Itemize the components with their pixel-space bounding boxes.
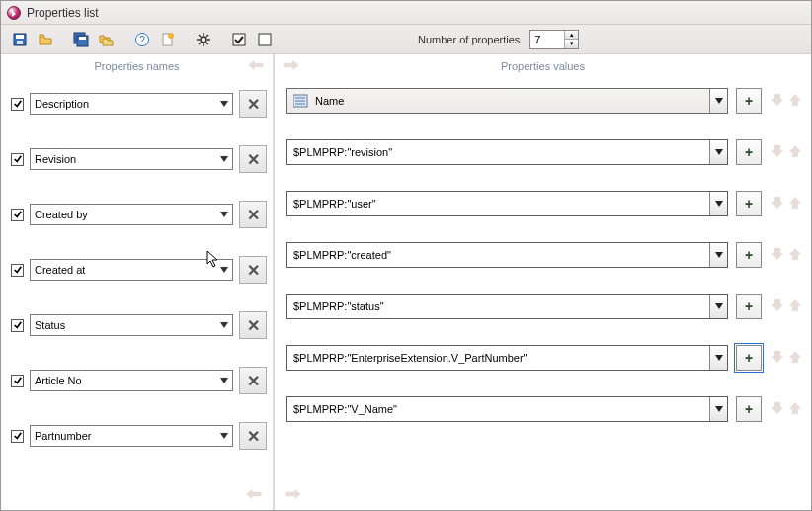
nav-back-bottom-icon[interactable] <box>245 487 263 503</box>
move-up-button[interactable] <box>787 298 803 314</box>
svg-text:?: ? <box>139 35 145 45</box>
move-up-button[interactable] <box>787 350 803 366</box>
delete-row-button[interactable]: ✕ <box>239 201 267 228</box>
svg-rect-20 <box>259 34 271 45</box>
property-value-combo[interactable]: $PLMPRP:"created" <box>286 242 728 268</box>
number-of-properties-label: Number of properties <box>280 34 520 45</box>
chevron-down-icon[interactable] <box>220 433 228 439</box>
chevron-down-icon[interactable] <box>220 322 228 328</box>
uncheck-all-button[interactable] <box>254 29 276 50</box>
help-button[interactable]: ? <box>131 29 153 50</box>
add-value-button[interactable]: + <box>736 242 762 268</box>
property-value-combo[interactable]: $PLMPRP:"V_Name" <box>286 396 728 422</box>
body: ✕✕✕✕✕✕✕ Name+$PLMPRP:"revision"+$PLMPRP:… <box>1 78 811 480</box>
delete-row-button[interactable]: ✕ <box>239 367 267 394</box>
move-down-button[interactable] <box>770 144 785 160</box>
chevron-down-icon[interactable] <box>220 378 228 383</box>
move-down-button[interactable] <box>770 196 785 212</box>
chevron-down-icon[interactable] <box>220 212 228 217</box>
add-value-button[interactable]: + <box>736 396 762 422</box>
move-up-button[interactable] <box>787 144 803 160</box>
property-name-combo[interactable] <box>30 370 233 391</box>
property-name-input[interactable] <box>31 260 232 280</box>
add-value-button[interactable]: + <box>736 345 762 371</box>
property-value-combo[interactable]: Name <box>286 88 728 114</box>
value-dropdown-button[interactable] <box>709 89 727 113</box>
nav-forward-bottom-icon[interactable] <box>284 487 302 503</box>
value-dropdown-button[interactable] <box>709 140 727 164</box>
number-of-properties-spinner[interactable]: ▲ ▼ <box>529 30 579 49</box>
property-name-input[interactable] <box>31 315 232 335</box>
svg-line-18 <box>206 35 208 37</box>
value-dropdown-button[interactable] <box>709 295 727 318</box>
delete-row-button[interactable]: ✕ <box>239 145 267 173</box>
svg-line-17 <box>199 43 201 44</box>
delete-row-button[interactable]: ✕ <box>239 256 267 284</box>
property-value-combo[interactable]: $PLMPRP:"revision" <box>286 139 728 165</box>
property-name-input[interactable] <box>31 371 232 390</box>
property-name-input[interactable] <box>31 94 232 114</box>
property-name-combo[interactable] <box>30 93 233 115</box>
row-checkbox[interactable] <box>11 319 24 332</box>
move-up-button[interactable] <box>787 93 803 109</box>
property-value-combo[interactable]: $PLMPRP:"EnterpriseExtension.V_PartNumbe… <box>286 345 728 371</box>
value-dropdown-button[interactable] <box>709 192 727 215</box>
property-name-combo[interactable] <box>30 259 233 281</box>
chevron-down-icon[interactable] <box>220 101 228 107</box>
check-all-button[interactable] <box>228 29 250 50</box>
move-up-button[interactable] <box>787 196 803 212</box>
value-row: $PLMPRP:"created"+ <box>286 242 803 268</box>
move-down-button[interactable] <box>770 350 785 366</box>
delete-row-button[interactable]: ✕ <box>239 90 267 118</box>
save-button[interactable] <box>9 29 31 50</box>
property-name-combo[interactable] <box>30 425 233 447</box>
row-checkbox[interactable] <box>11 375 24 387</box>
settings-button[interactable] <box>193 29 214 50</box>
row-checkbox[interactable] <box>11 209 24 221</box>
value-row: $PLMPRP:"EnterpriseExtension.V_PartNumbe… <box>286 345 803 371</box>
add-value-button[interactable]: + <box>736 191 762 216</box>
property-name-input[interactable] <box>31 149 232 169</box>
property-name-input[interactable] <box>31 426 232 446</box>
property-value-combo[interactable]: $PLMPRP:"user" <box>286 191 728 216</box>
open-all-button[interactable] <box>96 29 118 50</box>
row-checkbox[interactable] <box>11 264 24 277</box>
property-value-label: $PLMPRP:"status" <box>293 300 384 312</box>
move-down-button[interactable] <box>770 93 785 109</box>
value-dropdown-button[interactable] <box>709 397 727 421</box>
move-down-button[interactable] <box>770 298 785 314</box>
chevron-down-icon[interactable] <box>220 156 228 162</box>
value-dropdown-button[interactable] <box>709 243 727 267</box>
add-value-button[interactable]: + <box>736 294 762 319</box>
property-name-combo[interactable] <box>30 148 233 170</box>
delete-row-button[interactable]: ✕ <box>239 422 267 450</box>
row-checkbox[interactable] <box>11 430 24 443</box>
add-value-button[interactable]: + <box>736 88 762 114</box>
move-down-button[interactable] <box>770 401 785 417</box>
add-value-button[interactable]: + <box>736 139 762 165</box>
property-value-combo[interactable]: $PLMPRP:"status" <box>286 294 728 319</box>
new-doc-button[interactable] <box>157 29 179 50</box>
nav-forward-icon[interactable] <box>283 58 300 74</box>
property-name-combo[interactable] <box>30 314 233 336</box>
properties-values-header: Properties values <box>501 60 585 72</box>
number-of-properties-input[interactable] <box>530 31 564 48</box>
move-up-button[interactable] <box>787 401 803 417</box>
move-up-button[interactable] <box>787 247 803 263</box>
delete-row-button[interactable]: ✕ <box>239 311 267 339</box>
svg-rect-2 <box>17 41 23 44</box>
reorder-arrows <box>770 93 803 109</box>
chevron-down-icon[interactable] <box>220 267 228 273</box>
move-down-button[interactable] <box>770 247 785 263</box>
save-all-button[interactable] <box>70 29 92 50</box>
property-value-text: $PLMPRP:"status" <box>287 295 709 318</box>
row-checkbox[interactable] <box>11 98 24 111</box>
row-checkbox[interactable] <box>11 153 24 166</box>
property-name-combo[interactable] <box>30 204 233 225</box>
value-dropdown-button[interactable] <box>709 346 727 370</box>
open-button[interactable] <box>35 29 56 50</box>
spinner-up[interactable]: ▲ <box>565 31 578 41</box>
spinner-down[interactable]: ▼ <box>565 40 578 48</box>
property-name-input[interactable] <box>31 205 232 224</box>
nav-back-icon[interactable] <box>247 58 265 74</box>
